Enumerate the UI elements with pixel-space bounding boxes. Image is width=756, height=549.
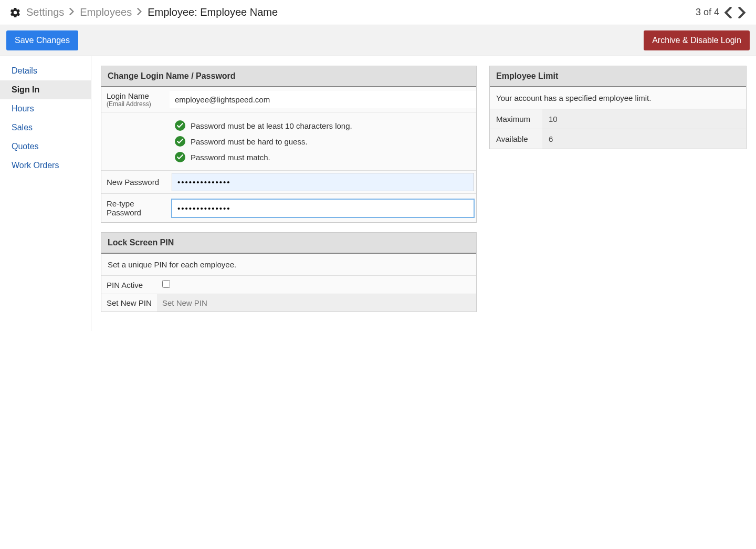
password-rule: Password must match. [175,149,471,165]
breadcrumb: Settings Employees Employee: Employee Na… [9,6,278,18]
set-pin-input[interactable] [157,294,476,312]
new-password-input[interactable] [172,173,474,191]
login-name-value[interactable]: employee@lightspeed.com [170,91,476,108]
set-pin-label: Set New PIN [101,294,157,312]
pager: 3 of 4 [696,7,747,18]
available-value: 6 [542,129,746,149]
check-icon [175,152,185,162]
save-button[interactable]: Save Changes [6,30,78,50]
table-row: Maximum 10 [490,109,746,129]
new-password-label: New Password [101,172,170,192]
login-panel-title: Change Login Name / Password [101,66,476,87]
sidebar-item-sign-in[interactable]: Sign In [0,80,91,99]
check-icon [175,136,185,147]
sidebar-item-quotes[interactable]: Quotes [0,137,91,156]
available-label: Available [490,129,542,149]
chevron-right-icon [69,8,75,17]
retype-password-input[interactable] [172,199,474,217]
sidebar-item-details[interactable]: Details [0,61,91,80]
pager-next-button[interactable] [737,7,747,18]
breadcrumb-employees[interactable]: Employees [80,6,132,18]
pager-prev-button[interactable] [723,7,733,18]
check-icon [175,120,185,131]
breadcrumb-settings[interactable]: Settings [26,6,64,18]
pin-panel-description: Set a unique PIN for each employee. [101,254,476,276]
breadcrumb-current: Employee: Employee Name [148,6,278,18]
table-row: Available 6 [490,129,746,149]
sidebar-item-work-orders[interactable]: Work Orders [0,156,91,175]
maximum-label: Maximum [490,109,542,129]
archive-button[interactable]: Archive & Disable Login [644,30,750,50]
sidebar: Details Sign In Hours Sales Quotes Work … [0,56,91,331]
sidebar-item-hours[interactable]: Hours [0,99,91,118]
password-rule: Password must be at least 10 characters … [175,118,471,133]
pin-active-label: PIN Active [101,276,157,294]
chevron-right-icon [137,8,142,17]
pin-panel-title: Lock Screen PIN [101,233,476,254]
pager-text: 3 of 4 [696,7,719,18]
login-name-label: Login Name (Email Address) [101,87,170,112]
limit-panel-title: Employee Limit [490,66,746,87]
limit-panel: Employee Limit Your account has a specif… [489,66,747,149]
password-rules: Password must be at least 10 characters … [170,112,476,170]
sidebar-item-sales[interactable]: Sales [0,118,91,137]
pin-active-checkbox[interactable] [162,280,170,288]
gear-icon[interactable] [9,7,21,18]
retype-password-label: Re-type Password [101,194,170,222]
maximum-value: 10 [542,109,746,129]
pin-panel: Lock Screen PIN Set a unique PIN for eac… [101,232,477,312]
login-panel: Change Login Name / Password Login Name … [101,66,477,223]
password-rule: Password must be hard to guess. [175,133,471,149]
limit-panel-description: Your account has a specified employee li… [490,87,746,109]
